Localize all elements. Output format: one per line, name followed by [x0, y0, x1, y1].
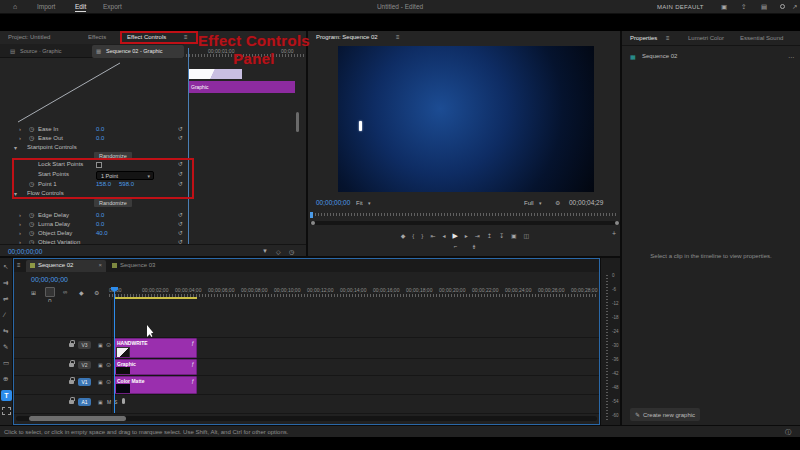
go-to-in-icon[interactable]: ⇤ [430, 232, 435, 239]
timeline-timecode[interactable]: 00;00;00;00 [31, 276, 68, 283]
reset-icon[interactable]: ↺ [178, 220, 183, 227]
mark-out-icon[interactable]: } [421, 233, 423, 239]
ec-playhead[interactable] [188, 48, 189, 244]
vertical-type-tool-icon[interactable] [2, 407, 11, 415]
param-value[interactable]: 0.0 [96, 221, 104, 227]
voiceover-mic-icon[interactable] [122, 398, 125, 404]
timeline-tab-active[interactable]: Sequence 02 × [26, 260, 106, 272]
mute-button[interactable]: M [107, 399, 111, 405]
create-new-graphic-button[interactable]: ✎ Create new graphic [630, 408, 700, 421]
eye-icon[interactable]: ⊙ [106, 378, 111, 385]
stopwatch-icon[interactable]: ◷ [29, 134, 34, 141]
param-value[interactable]: 0.0 [96, 135, 104, 141]
eye-icon[interactable]: ⊙ [106, 361, 111, 368]
panel-menu-icon[interactable]: ≡ [17, 262, 21, 268]
clip-handwrite[interactable]: HANDWRITE ƒ [114, 338, 197, 358]
program-ruler[interactable] [312, 213, 618, 216]
play-icon[interactable]: ▶ [452, 232, 457, 240]
tab-lumetri-color[interactable]: Lumetri Color [688, 35, 724, 41]
fullscreen-icon[interactable]: ↗ [792, 3, 797, 11]
tab-properties[interactable]: Properties [630, 35, 657, 41]
ellipsis-icon[interactable]: ⋯ [788, 53, 794, 60]
lock-icon[interactable] [69, 343, 74, 347]
panel-menu-icon[interactable]: ≡ [666, 35, 670, 41]
reset-icon[interactable]: ↺ [178, 134, 183, 141]
reset-icon[interactable]: ↺ [178, 125, 183, 132]
keyframes-icon[interactable]: ◇ [276, 248, 281, 255]
add-marker-icon[interactable]: ◆ [79, 289, 84, 296]
ec-timecode[interactable]: 00;00;00;00 [8, 248, 42, 255]
export-frame-icon[interactable]: ▣ [511, 232, 517, 239]
linked-selection-icon[interactable]: ∞ [63, 289, 67, 295]
param-value[interactable]: 40.0 [96, 230, 108, 236]
stopwatch-icon[interactable]: ◷ [29, 125, 34, 132]
type-tool-icon[interactable]: T [1, 390, 12, 401]
selection-tool-icon[interactable]: ↖ [3, 263, 8, 271]
filter-icon[interactable]: ▼ [262, 248, 268, 254]
panel-layout-icon[interactable]: ▤ [761, 3, 767, 11]
hand-tool-icon[interactable]: ⊕ [3, 375, 8, 383]
track-toggle-icon[interactable]: ▣ [98, 342, 103, 348]
go-to-out-icon[interactable]: ⇥ [475, 232, 480, 239]
snap-icon[interactable]: ∩ [45, 287, 55, 297]
properties-item-label[interactable]: Sequence 02 [642, 53, 677, 59]
slip-tool-icon[interactable]: ⇆ [3, 327, 8, 335]
work-area-bar[interactable] [114, 297, 197, 299]
step-forward-icon[interactable]: ▸ [465, 232, 468, 239]
settings-wrench-icon[interactable]: ⚙ [555, 199, 560, 206]
workspaces-icon[interactable]: ▣ [721, 3, 727, 11]
track-toggle-icon[interactable]: ▣ [98, 379, 103, 385]
chevron-right-icon[interactable]: › [19, 212, 21, 218]
tab-essential-sound[interactable]: Essential Sound [740, 35, 783, 41]
tab-project[interactable]: Project: Untitled [8, 34, 50, 40]
ec-source-tab[interactable]: Source · Graphic [20, 48, 62, 54]
stopwatch-icon[interactable]: ◷ [29, 229, 34, 236]
fit-dropdown[interactable]: Fit [356, 200, 363, 206]
value-graph[interactable] [0, 58, 180, 128]
chevron-right-icon[interactable]: › [19, 135, 21, 141]
quick-export-icon[interactable]: ⇪ [741, 3, 746, 11]
eye-icon[interactable]: ⊙ [106, 341, 111, 348]
track-a1-badge[interactable]: A1 [78, 398, 91, 406]
lock-icon[interactable] [69, 363, 74, 367]
stopwatch-icon[interactable]: ◷ [29, 211, 34, 218]
clip-color-matte[interactable]: Color Matte ƒ [114, 376, 197, 394]
drag-video-icon[interactable]: ⌐ [454, 243, 458, 253]
program-playhead[interactable] [310, 212, 313, 218]
clock-icon[interactable]: ◷ [289, 248, 294, 255]
reset-icon[interactable]: ↺ [178, 229, 183, 236]
search-icon[interactable] [780, 4, 785, 9]
track-v2-badge[interactable]: V2 [78, 361, 91, 369]
extract-icon[interactable]: ↧ [499, 232, 504, 239]
rectangle-tool-icon[interactable]: ▭ [3, 359, 9, 367]
program-video-frame[interactable] [338, 46, 594, 192]
ripple-edit-tool-icon[interactable]: ⇌ [3, 295, 8, 303]
clip-graphic[interactable]: Graphic ƒ [114, 359, 197, 375]
nest-icon[interactable]: ⊞ [31, 289, 36, 296]
lock-icon[interactable] [69, 380, 74, 384]
pen-tool-icon[interactable]: ✎ [3, 343, 8, 351]
keyframe-area-bar[interactable] [188, 69, 242, 79]
timeline-settings-icon[interactable]: ⚙ [94, 289, 99, 296]
lift-icon[interactable]: ↥ [487, 232, 492, 239]
workspace-label[interactable]: MAIN DEFAULT [657, 4, 704, 10]
panel-menu-icon[interactable]: ≡ [396, 34, 400, 40]
chevron-down-icon[interactable]: ▾ [14, 144, 17, 151]
razor-tool-icon[interactable]: ∕ [4, 311, 5, 318]
program-timecode[interactable]: 00;00;00;00 [316, 199, 350, 206]
chevron-right-icon[interactable]: › [19, 221, 21, 227]
track-toggle-icon[interactable]: ▣ [98, 362, 103, 368]
track-select-tool-icon[interactable]: ⇉ [3, 279, 8, 287]
drag-audio-icon[interactable]: ⇟ [471, 243, 476, 253]
compare-view-icon[interactable]: ◫ [524, 232, 530, 239]
program-panel-title[interactable]: Program: Sequence 02 [316, 34, 378, 40]
graphic-clip-bar[interactable]: Graphic [188, 81, 295, 93]
scroll-handle-left[interactable] [311, 221, 315, 225]
step-back-icon[interactable]: ◂ [442, 232, 445, 239]
playhead-line[interactable] [114, 291, 115, 413]
lock-icon[interactable] [69, 400, 74, 404]
stopwatch-icon[interactable]: ◷ [29, 220, 34, 227]
mark-in-icon[interactable]: { [412, 233, 414, 239]
quality-dropdown[interactable]: Full [524, 200, 534, 206]
reset-icon[interactable]: ↺ [178, 211, 183, 218]
